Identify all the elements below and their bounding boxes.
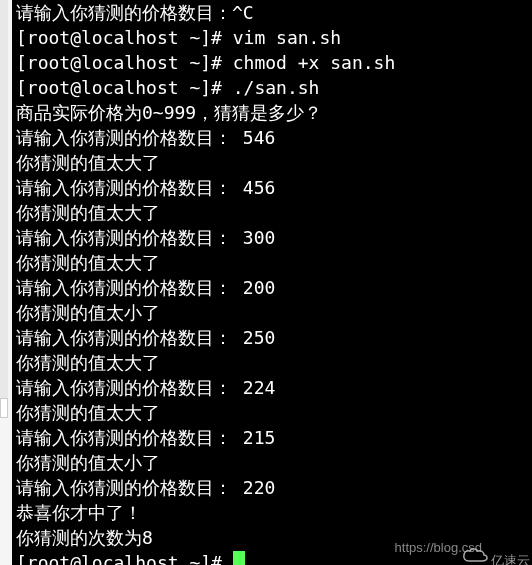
shell-prompt: [root@localhost ~]#: [16, 552, 233, 565]
terminal-line: 你猜测的值太小了: [16, 450, 528, 475]
terminal-line: 请输入你猜测的价格数目：^C: [16, 0, 528, 25]
terminal-line: 请输入你猜测的价格数目： 200: [16, 275, 528, 300]
terminal-line: 请输入你猜测的价格数目： 220: [16, 475, 528, 500]
terminal-line: 你猜测的值太大了: [16, 150, 528, 175]
terminal-window[interactable]: 请输入你猜测的价格数目：^C [root@localhost ~]# vim s…: [12, 0, 532, 565]
watermark-text: 亿速云: [491, 548, 530, 566]
terminal-line: 你猜测的值太小了: [16, 300, 528, 325]
cursor-icon: [233, 551, 245, 565]
terminal-line: 请输入你猜测的价格数目： 300: [16, 225, 528, 250]
scroll-tab: [0, 398, 8, 418]
watermark-logo: 亿速云: [461, 547, 530, 565]
terminal-line: 请输入你猜测的价格数目： 224: [16, 375, 528, 400]
terminal-line: [root@localhost ~]# chmod +x san.sh: [16, 50, 528, 75]
terminal-line: 你猜测的值太大了: [16, 400, 528, 425]
terminal-line: 请输入你猜测的价格数目： 250: [16, 325, 528, 350]
terminal-line: 你猜测的值太大了: [16, 350, 528, 375]
terminal-line: [root@localhost ~]# vim san.sh: [16, 25, 528, 50]
terminal-line: [root@localhost ~]# ./san.sh: [16, 75, 528, 100]
terminal-line: 请输入你猜测的价格数目： 546: [16, 125, 528, 150]
terminal-line: 请输入你猜测的价格数目： 456: [16, 175, 528, 200]
cloud-icon: [461, 547, 489, 565]
terminal-line: 恭喜你才中了！: [16, 500, 528, 525]
terminal-line: 你猜测的值太大了: [16, 250, 528, 275]
terminal-line: 商品实际价格为0~999，猜猜是多少？: [16, 100, 528, 125]
scroll-gutter: [0, 0, 8, 415]
terminal-line: 你猜测的值太大了: [16, 200, 528, 225]
terminal-line: 请输入你猜测的价格数目： 215: [16, 425, 528, 450]
